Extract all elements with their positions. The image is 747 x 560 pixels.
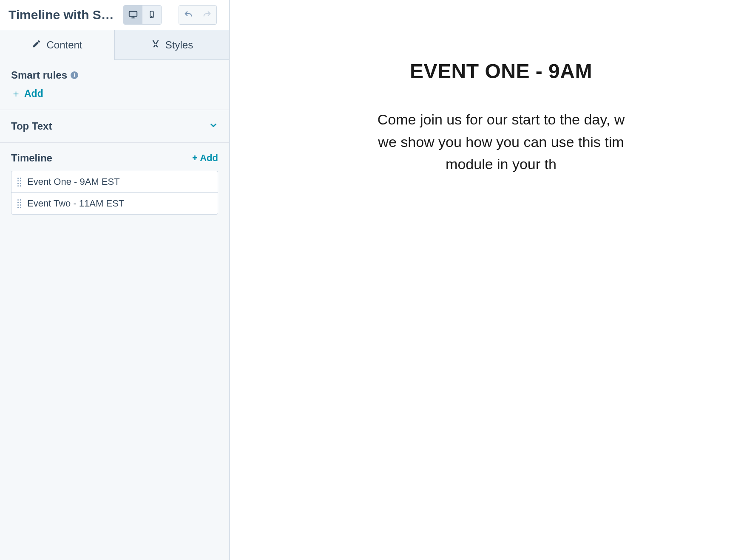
smart-rules-header: Smart rules i bbox=[11, 69, 218, 81]
info-icon[interactable]: i bbox=[71, 71, 78, 79]
add-label: Add bbox=[24, 88, 43, 99]
timeline-item-label: Event One - 9AM EST bbox=[27, 176, 120, 187]
preview-pane: EVENT ONE - 9AM Come join us for our sta… bbox=[230, 0, 747, 560]
smart-rules-section: Smart rules i ＋ Add bbox=[0, 60, 229, 110]
plus-icon: ＋ bbox=[11, 87, 21, 100]
tab-content-label: Content bbox=[46, 39, 82, 51]
tab-styles[interactable]: Styles bbox=[115, 30, 229, 60]
pencil-icon bbox=[32, 39, 41, 51]
add-timeline-item-button[interactable]: + Add bbox=[192, 153, 218, 164]
sidebar-header: Timeline with Sc… bbox=[0, 0, 229, 30]
preview-event-description: Come join us for our start to the day, w… bbox=[281, 108, 721, 175]
top-text-label: Top Text bbox=[11, 120, 52, 132]
tab-content[interactable]: Content bbox=[0, 30, 115, 60]
svg-rect-0 bbox=[129, 11, 137, 16]
add-smart-rule-button[interactable]: ＋ Add bbox=[11, 87, 43, 100]
drag-handle-icon[interactable] bbox=[17, 199, 21, 208]
svg-point-4 bbox=[151, 16, 152, 17]
editor-sidebar: Timeline with Sc… bbox=[0, 0, 230, 560]
device-toggle bbox=[123, 5, 162, 25]
timeline-section: Timeline + Add Event One - 9AM EST Event… bbox=[0, 143, 229, 224]
preview-event-title: EVENT ONE - 9AM bbox=[281, 59, 721, 83]
timeline-item[interactable]: Event One - 9AM EST bbox=[11, 171, 218, 193]
top-text-section[interactable]: Top Text bbox=[0, 110, 229, 143]
mobile-view-button[interactable] bbox=[142, 6, 161, 24]
redo-button[interactable] bbox=[198, 6, 216, 24]
desktop-icon bbox=[128, 10, 138, 20]
desktop-view-button[interactable] bbox=[124, 6, 142, 24]
smart-rules-label: Smart rules bbox=[11, 69, 67, 81]
undo-button[interactable] bbox=[179, 6, 198, 24]
redo-icon bbox=[202, 10, 212, 20]
history-toggle bbox=[179, 5, 217, 25]
undo-icon bbox=[184, 10, 193, 20]
timeline-label: Timeline bbox=[11, 152, 52, 164]
timeline-item-label: Event Two - 11AM EST bbox=[27, 198, 124, 209]
mobile-icon bbox=[148, 11, 156, 20]
editor-tabs: Content Styles bbox=[0, 30, 229, 60]
styles-icon bbox=[151, 39, 160, 51]
chevron-down-icon bbox=[209, 119, 218, 133]
tab-styles-label: Styles bbox=[165, 39, 193, 51]
timeline-list: Event One - 9AM EST Event Two - 11AM EST bbox=[11, 171, 218, 215]
module-title: Timeline with Sc… bbox=[9, 8, 119, 22]
timeline-header: Timeline + Add bbox=[11, 152, 218, 164]
timeline-item[interactable]: Event Two - 11AM EST bbox=[11, 193, 218, 214]
drag-handle-icon[interactable] bbox=[17, 178, 21, 187]
